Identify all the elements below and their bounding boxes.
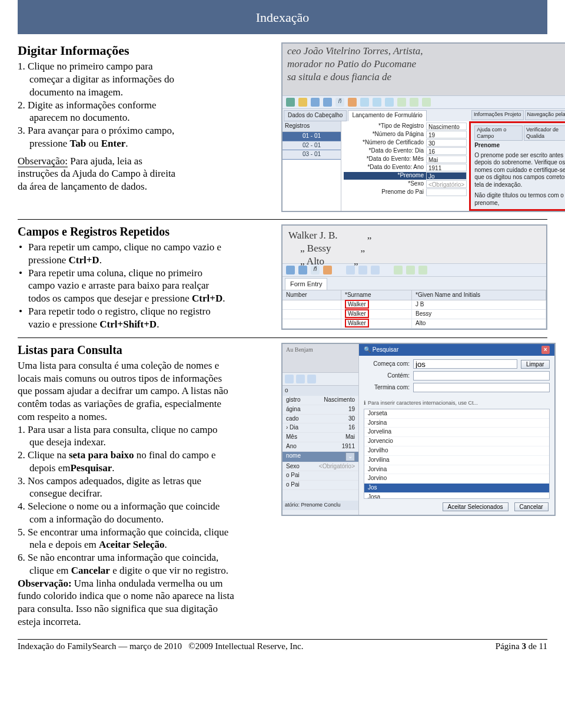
tool-icon[interactable] — [371, 266, 380, 274]
tab-quality-check[interactable]: Verificador de Qualida — [524, 125, 565, 141]
page-footer: Indexação do FamilySearch — março de 201… — [18, 639, 547, 652]
field-value[interactable]: Mai — [345, 434, 355, 441]
tool-icon[interactable] — [385, 98, 394, 107]
tool-icon[interactable] — [406, 266, 415, 274]
begins-with-input[interactable] — [413, 359, 517, 369]
tool-icon[interactable] — [373, 98, 381, 107]
list-item[interactable]: Jorseta — [364, 409, 549, 419]
cell-surname[interactable]: Walker — [345, 319, 369, 327]
screenshot-lookup: Au Benjam o gistroNascimento ágina19 cad… — [281, 343, 556, 516]
field-value[interactable]: Nascimento — [426, 123, 467, 130]
tab-image-nav[interactable]: Navegação pela Imag — [525, 110, 565, 120]
record-item[interactable]: 03 - 01 — [282, 150, 341, 160]
accept-button[interactable]: Aceitar Selecionados — [443, 502, 508, 511]
tool-icon[interactable] — [346, 266, 355, 274]
list-item: Para repetir uma coluna, clique no prime… — [18, 267, 271, 305]
tool-icon[interactable] — [348, 98, 357, 107]
undo-icon[interactable] — [311, 98, 320, 107]
lookup-list[interactable]: Jorseta Jorsina Jorvelina Jorvencio Jorv… — [364, 409, 550, 499]
field-value[interactable] — [426, 188, 467, 196]
list-item[interactable]: Jorvilho — [364, 446, 549, 456]
sec3-title: Listas para Consulta — [18, 343, 271, 358]
field-label: nome — [286, 452, 301, 461]
redo-icon[interactable] — [298, 266, 307, 274]
field-value[interactable]: Mai — [426, 155, 467, 163]
list-item[interactable]: Jorvino — [364, 474, 549, 484]
field-value[interactable]: 1911 — [342, 443, 355, 451]
field-value[interactable]: 16 — [426, 147, 467, 155]
form-tabs: Dados do Cabeçalho Lançamento de Formulá… — [282, 109, 428, 121]
tool-icon[interactable] — [358, 266, 367, 274]
close-icon[interactable]: × — [541, 346, 550, 354]
divider — [18, 219, 547, 220]
tool-icon[interactable] — [418, 266, 427, 274]
field-value[interactable]: 30 — [426, 139, 467, 147]
list-item: Para repetir todo o registro, clique no … — [18, 305, 271, 331]
field-value[interactable]: 19 — [348, 406, 355, 413]
sec2-title: Campos e Registros Repetidos — [18, 224, 271, 240]
clear-button[interactable]: Limpar — [521, 360, 550, 369]
list-item[interactable]: Josa — [364, 493, 549, 499]
list-item[interactable]: Jorvelina — [364, 428, 549, 437]
field-value[interactable]: 19 — [426, 131, 467, 138]
cell-given[interactable]: J B — [412, 300, 546, 309]
field-label: Mês — [286, 434, 297, 441]
record-item[interactable]: 01 - 01 — [282, 132, 341, 141]
field-value[interactable]: <Obrigatório> — [319, 463, 355, 471]
divider — [18, 337, 547, 338]
ends-with-input[interactable] — [413, 383, 550, 392]
list-item[interactable]: Jorvina — [364, 465, 549, 475]
list-item: 6. Se não encontrar uma informação que c… — [18, 551, 271, 577]
field-value[interactable]: <Obrigatório> — [426, 180, 467, 188]
n-tilde-icon[interactable]: ñ — [335, 98, 344, 107]
field-value[interactable]: 1911 — [426, 164, 467, 171]
cell-surname[interactable]: Walker — [345, 300, 369, 309]
tab-form-entry[interactable]: Form Entry — [285, 278, 327, 289]
doc-strip: Au Benjam — [282, 344, 358, 372]
field-label: *Data do Evento: Ano — [344, 164, 426, 171]
field-label: Sexo — [286, 463, 300, 471]
tool-icon[interactable] — [298, 98, 307, 107]
tool-icon[interactable] — [397, 98, 406, 107]
list-item[interactable]: Jorvencio — [364, 437, 549, 446]
tool-icon[interactable] — [296, 375, 305, 383]
list-item[interactable]: Jorsina — [364, 419, 549, 428]
record-item[interactable]: 02 - 01 — [282, 141, 341, 151]
field-label: o Pai — [286, 481, 300, 489]
field-value[interactable]: 30 — [348, 415, 355, 423]
intl-chars-note: Para inserir caracteres internacionais, … — [368, 400, 478, 407]
cell-surname[interactable]: Walker — [345, 309, 369, 318]
tab-header-data[interactable]: Dados do Cabeçalho — [284, 110, 347, 121]
list-item: Para repetir um campo, clique no campo v… — [18, 241, 271, 267]
tool-icon[interactable] — [422, 98, 431, 107]
field-value[interactable]: Nascimento — [324, 396, 355, 404]
cell-given[interactable]: Bessy — [412, 310, 546, 319]
dropdown-icon[interactable]: ⌄ — [345, 452, 355, 461]
list-item[interactable]: Jorvilina — [364, 456, 549, 465]
document-image-strip: ceo João Vitelrino Torres, Artista,morad… — [282, 44, 565, 95]
contains-input[interactable] — [413, 371, 550, 380]
tab-project-info[interactable]: Informações Projeto — [471, 110, 524, 120]
tool-icon[interactable] — [286, 98, 295, 107]
list-item-selected[interactable]: Jos — [364, 484, 549, 493]
tool-icon[interactable] — [323, 266, 332, 274]
search-icon: 🔍 — [364, 346, 371, 353]
tab-field-help[interactable]: Ajuda com o Campo — [474, 125, 523, 141]
tool-icon[interactable] — [394, 266, 403, 274]
tab-form-entry[interactable]: Lançamento de Formulário — [348, 110, 427, 121]
screenshot-form-entry: ceo João Vitelrino Torres, Artista,morad… — [281, 42, 565, 212]
undo-icon[interactable] — [286, 266, 295, 274]
help-text: O prenome pode ser escrito antes ou depo… — [474, 152, 565, 189]
status-bar: atório: Prenome Conclu — [282, 501, 358, 510]
cancel-button[interactable]: Cancelar — [514, 502, 549, 511]
cell-given[interactable]: Alto — [412, 319, 546, 328]
tool-icon[interactable] — [360, 98, 369, 107]
tool-icon[interactable] — [285, 375, 294, 383]
redo-icon[interactable] — [323, 98, 332, 107]
n-tilde-icon[interactable]: ñ — [311, 266, 320, 274]
field-value-active[interactable]: Jo — [426, 172, 467, 180]
tool-icon[interactable] — [410, 98, 418, 107]
tool-icon[interactable] — [307, 375, 316, 383]
field-value[interactable]: 16 — [348, 424, 355, 432]
info-icon: ℹ — [364, 400, 365, 407]
